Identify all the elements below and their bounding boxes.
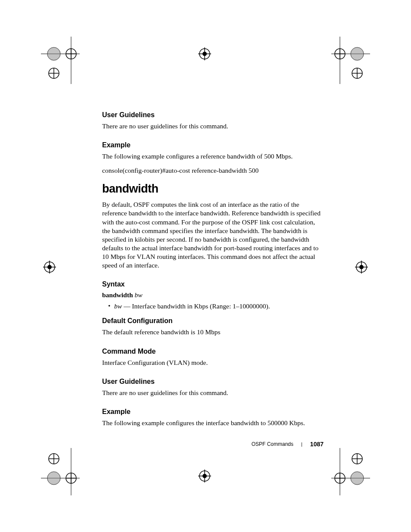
syntax-command: bandwidth bw: [102, 291, 322, 299]
crop-mark-icon: [331, 448, 370, 495]
syntax-heading: Syntax: [102, 280, 322, 288]
footer-section-name: OSPF Commands: [252, 441, 293, 447]
crop-mark-icon: [196, 45, 213, 62]
example-heading-2: Example: [102, 408, 322, 416]
page-footer: OSPF Commands | 1087: [252, 441, 324, 448]
user-guidelines-text-2: There are no user guidelines for this co…: [102, 389, 322, 397]
crop-mark-icon: [331, 37, 370, 84]
crop-mark-icon: [41, 448, 80, 495]
example-text-1: The following example configures a refer…: [102, 152, 322, 161]
svg-point-39: [47, 472, 60, 485]
svg-point-13: [351, 47, 364, 60]
svg-point-3: [47, 47, 60, 60]
crop-mark-icon: [41, 37, 80, 84]
user-guidelines-text-1: There are no user guidelines for this co…: [102, 122, 322, 131]
example-code-1: console(config-router)#auto-cost referen…: [102, 167, 322, 174]
svg-point-49: [351, 472, 364, 485]
command-mode-heading: Command Mode: [102, 348, 322, 355]
bandwidth-description: By default, OSPF computes the link cost …: [102, 200, 322, 270]
crop-mark-icon: [196, 467, 213, 485]
example-heading-1: Example: [102, 141, 322, 149]
default-config-text: The default reference bandwidth is 10 Mb…: [102, 328, 322, 336]
crop-mark-icon: [41, 258, 58, 276]
footer-divider: |: [301, 442, 302, 447]
syntax-bullet: bw — Interface bandwidth in Kbps (Range:…: [114, 302, 322, 310]
user-guidelines-heading-1: User Guidelines: [102, 111, 322, 119]
svg-point-35: [202, 474, 207, 478]
footer-page-number: 1087: [310, 441, 324, 448]
bandwidth-title: bandwidth: [102, 182, 322, 196]
default-config-heading: Default Configuration: [102, 317, 322, 325]
svg-point-27: [359, 265, 364, 269]
crop-mark-icon: [353, 258, 370, 276]
svg-point-23: [47, 265, 52, 269]
command-mode-text: Interface Configuration (VLAN) mode.: [102, 358, 322, 367]
main-content: User Guidelines There are no user guidel…: [102, 111, 322, 433]
example-text-2: The following example configures the int…: [102, 419, 322, 427]
user-guidelines-heading-2: User Guidelines: [102, 378, 322, 386]
svg-point-31: [202, 52, 207, 56]
